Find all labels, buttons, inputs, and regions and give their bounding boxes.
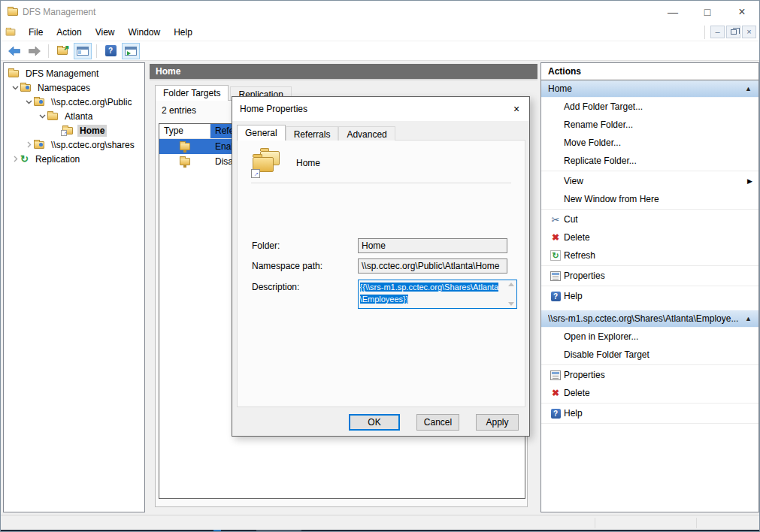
action-replicate-folder[interactable]: Replicate Folder... xyxy=(541,152,758,170)
menu-window[interactable]: Window xyxy=(122,25,168,40)
divider xyxy=(96,44,97,58)
tree-item-home[interactable]: → Home xyxy=(4,123,144,138)
forward-button[interactable] xyxy=(26,43,44,59)
tab-general[interactable]: General xyxy=(237,125,286,141)
action-move-folder[interactable]: Move Folder... xyxy=(541,134,758,152)
action-delete[interactable]: ✖ Delete xyxy=(541,228,758,246)
dialog-close-button[interactable]: × xyxy=(504,103,529,115)
action-pane-icon xyxy=(125,47,137,56)
chevron-down-icon[interactable] xyxy=(23,98,34,105)
scroll-down-icon[interactable] xyxy=(508,302,514,306)
export-list-button[interactable]: ➜ xyxy=(53,43,71,59)
tree-item-label: Atlanta xyxy=(62,110,95,122)
mmc-minimize-button[interactable]: – xyxy=(710,26,725,38)
menu-help[interactable]: Help xyxy=(167,25,199,40)
scroll-up-icon[interactable] xyxy=(508,283,514,286)
tree-item-label: \\sp.cctec.org\Public xyxy=(49,96,134,108)
action-label: Cut xyxy=(564,214,758,225)
description-scrollbar[interactable] xyxy=(505,280,516,308)
tree-item-dfs-management[interactable]: DFS Management xyxy=(4,66,144,80)
action-add-folder-target[interactable]: Add Folder Target... xyxy=(541,98,758,116)
action-rename-folder[interactable]: Rename Folder... xyxy=(541,116,758,134)
actions-section-home-header[interactable]: Home ▲ xyxy=(541,80,758,98)
tree-item-namespaces[interactable]: Namespaces xyxy=(4,80,144,95)
description-input[interactable]: {{\\srs-m1.sp.cctec.org\Shares\Atlanta\E… xyxy=(358,280,517,309)
action-help[interactable]: ? Help xyxy=(541,287,758,305)
action-label: Add Folder Target... xyxy=(564,101,758,112)
tree-item-label-selected: Home xyxy=(77,125,107,137)
menu-file[interactable]: File xyxy=(22,25,50,40)
namespaces-icon xyxy=(20,84,31,92)
chevron-right-icon[interactable] xyxy=(23,141,34,148)
namespace-path-field-label: Namespace path: xyxy=(252,258,358,274)
section-header-label: Home xyxy=(548,83,745,94)
tab-referrals[interactable]: Referrals xyxy=(286,126,339,141)
minimize-button[interactable]: — xyxy=(656,1,690,23)
action-target-help[interactable]: ? Help xyxy=(541,404,758,422)
spacer xyxy=(541,305,758,310)
folder-target-icon xyxy=(159,143,210,150)
chevron-down-icon[interactable] xyxy=(10,84,20,91)
divider xyxy=(541,265,758,266)
tree-item-replication[interactable]: ↻ Replication xyxy=(4,152,144,166)
action-view[interactable]: View ▶ xyxy=(541,172,758,190)
close-icon: × xyxy=(513,103,519,115)
console-tree-pane: DFS Management Namespaces \\sp.cctec.org… xyxy=(3,62,145,512)
close-button[interactable]: × xyxy=(725,1,759,23)
back-button[interactable] xyxy=(5,43,23,59)
chevron-down-icon[interactable] xyxy=(37,113,47,119)
actions-section-target-header[interactable]: \\srs-m1.sp.cctec.org\Shares\Atlanta\Emp… xyxy=(541,310,758,328)
section-header-label: \\srs-m1.sp.cctec.org\Shares\Atlanta\Emp… xyxy=(548,313,745,324)
divider xyxy=(541,209,758,210)
tab-advanced[interactable]: Advanced xyxy=(338,126,395,141)
toggle-console-tree-button[interactable] xyxy=(74,43,92,59)
tree-item-namespace-public[interactable]: \\sp.cctec.org\Public xyxy=(4,95,144,109)
action-open-in-explorer[interactable]: Open in Explorer... xyxy=(541,328,758,346)
mmc-restore-button[interactable] xyxy=(726,26,740,38)
maximize-button[interactable]: □ xyxy=(690,1,725,23)
dialog-title-bar: Home Properties × xyxy=(232,97,529,121)
action-target-delete[interactable]: ✖ Delete xyxy=(541,384,758,402)
toggle-action-pane-button[interactable] xyxy=(122,43,140,59)
actions-pane-title: Actions xyxy=(541,63,758,80)
tree-item-atlanta[interactable]: Atlanta xyxy=(4,109,144,123)
action-refresh[interactable]: ↻ Refresh xyxy=(541,246,758,264)
column-header-type[interactable]: Type xyxy=(159,124,210,138)
window-controls: — □ × xyxy=(656,1,759,23)
action-cut[interactable]: ✂ Cut xyxy=(541,210,758,228)
menu-action[interactable]: Action xyxy=(50,25,88,40)
ok-button[interactable]: OK xyxy=(349,414,400,431)
mmc-close-button[interactable]: × xyxy=(742,26,756,38)
namespace-path-field-value[interactable]: \\sp.cctec.org\Public\Atlanta\Home xyxy=(358,258,507,274)
help-button[interactable]: ? xyxy=(101,43,120,59)
console-icon xyxy=(6,29,16,35)
action-new-window-from-here[interactable]: New Window from Here xyxy=(541,190,758,208)
collapse-icon[interactable]: ▲ xyxy=(745,85,752,92)
divider xyxy=(541,423,758,424)
menu-view[interactable]: View xyxy=(89,25,122,40)
dfs-folder-large-icon: → xyxy=(251,150,284,177)
folder-export-icon: ➜ xyxy=(57,47,68,55)
folder-field-label: Folder: xyxy=(252,238,358,253)
tab-folder-targets[interactable]: Folder Targets xyxy=(155,85,229,101)
action-label: New Window from Here xyxy=(564,194,758,204)
back-arrow-icon xyxy=(8,46,21,56)
action-label: Delete xyxy=(564,232,758,243)
cancel-button[interactable]: Cancel xyxy=(416,414,459,431)
maximize-icon: □ xyxy=(704,6,710,18)
folder-field-value[interactable]: Home xyxy=(358,238,507,253)
action-target-properties[interactable]: Properties xyxy=(541,366,758,384)
folder-target-icon xyxy=(159,158,210,165)
apply-button[interactable]: Apply xyxy=(476,414,519,431)
tree-item-namespace-shares[interactable]: \\sp.cctec.org\shares xyxy=(4,138,144,152)
action-label: View xyxy=(564,176,747,186)
chevron-right-icon[interactable] xyxy=(10,156,20,162)
submenu-arrow-icon: ▶ xyxy=(747,177,758,185)
action-disable-folder-target[interactable]: Disable Folder Target xyxy=(541,346,758,364)
namespace-path-field-row: Namespace path: \\sp.cctec.org\Public\At… xyxy=(252,258,517,274)
action-properties[interactable]: Properties xyxy=(541,267,758,285)
help-icon: ? xyxy=(551,409,561,419)
menu-bar: File Action View Window Help – × xyxy=(1,23,759,41)
collapse-icon[interactable]: ▲ xyxy=(745,315,752,322)
status-bar xyxy=(1,515,759,530)
